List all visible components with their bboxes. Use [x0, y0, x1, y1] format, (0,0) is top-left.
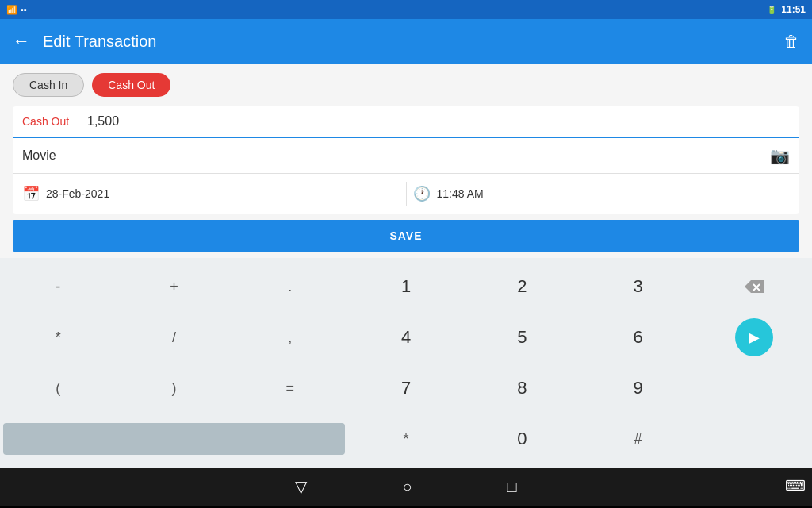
- sim-icon: 📶: [6, 5, 17, 15]
- cash-out-button[interactable]: Cash Out: [92, 73, 170, 97]
- key-4[interactable]: 4: [348, 312, 464, 363]
- key-divide[interactable]: /: [116, 312, 232, 363]
- top-bar: ← Edit Transaction 🗑: [0, 19, 812, 64]
- camera-icon[interactable]: 📷: [770, 146, 790, 165]
- top-bar-left: ← Edit Transaction: [13, 31, 156, 52]
- toggle-row: Cash In Cash Out: [13, 73, 799, 97]
- key-close-paren[interactable]: ): [116, 363, 232, 414]
- note-row: 📷: [13, 138, 799, 174]
- key-equals[interactable]: =: [232, 363, 348, 414]
- nav-recent-icon[interactable]: □: [508, 478, 517, 496]
- key-0[interactable]: 0: [464, 414, 580, 464]
- key-5[interactable]: 5: [464, 312, 580, 363]
- key-2[interactable]: 2: [464, 261, 580, 312]
- key-empty-1: [696, 363, 812, 414]
- keyboard-row-2: * / , 4 5 6 ▶: [0, 312, 812, 363]
- datetime-row: 📅 28-Feb-2021 🕐 11:48 AM: [13, 174, 799, 214]
- calendar-icon[interactable]: 📅: [22, 185, 40, 202]
- status-bar-left: 📶 ▪▪: [6, 5, 27, 15]
- key-minus[interactable]: -: [0, 261, 116, 312]
- back-button[interactable]: ←: [13, 31, 30, 52]
- note-input[interactable]: [22, 148, 764, 163]
- key-hash[interactable]: #: [580, 414, 695, 464]
- delete-button[interactable]: 🗑: [783, 33, 799, 51]
- nav-back-icon[interactable]: ▽: [295, 477, 307, 496]
- enter-action-icon: ▶: [735, 318, 773, 356]
- key-plus[interactable]: +: [116, 261, 232, 312]
- date-text[interactable]: 28-Feb-2021: [46, 187, 109, 200]
- date-section: 📅 28-Feb-2021: [22, 185, 400, 202]
- content-area: Cash In Cash Out Cash Out 📷 📅 28-Feb-202…: [0, 64, 812, 258]
- cash-in-button[interactable]: Cash In: [13, 73, 84, 97]
- key-open-paren[interactable]: (: [0, 363, 116, 414]
- key-3[interactable]: 3: [580, 261, 695, 312]
- time-section: 🕐 11:48 AM: [413, 185, 791, 202]
- page-title: Edit Transaction: [43, 33, 156, 51]
- time-text[interactable]: 11:48 AM: [437, 187, 484, 200]
- key-multiply[interactable]: *: [0, 312, 116, 363]
- key-asterisk[interactable]: *: [348, 414, 464, 464]
- amount-label: Cash Out: [22, 115, 78, 128]
- form-section: Cash Out 📷 📅 28-Feb-2021 🕐 11:48 AM: [13, 106, 799, 214]
- divider: [406, 182, 407, 206]
- key-6[interactable]: 6: [580, 312, 695, 363]
- amount-input[interactable]: [87, 114, 790, 129]
- key-8[interactable]: 8: [464, 363, 580, 414]
- nav-bar: ▽ ○ □ ⌨: [0, 468, 812, 506]
- keyboard-row-4: * 0 #: [0, 414, 812, 464]
- key-empty-2: [696, 414, 812, 464]
- keyboard-toggle-icon[interactable]: ⌨: [785, 477, 806, 495]
- wifi-icon: ▪▪: [21, 5, 27, 14]
- key-dot[interactable]: .: [232, 261, 348, 312]
- key-1[interactable]: 1: [348, 261, 464, 312]
- key-7[interactable]: 7: [348, 363, 464, 414]
- space-bar-area: [0, 414, 348, 464]
- status-time: 11:51: [781, 4, 806, 15]
- save-button[interactable]: SAVE: [13, 220, 799, 252]
- nav-home-icon[interactable]: ○: [402, 478, 412, 496]
- clock-icon[interactable]: 🕐: [413, 185, 431, 202]
- key-enter[interactable]: ▶: [696, 312, 812, 363]
- status-bar-right: 🔋 11:51: [767, 4, 806, 15]
- key-9[interactable]: 9: [580, 363, 695, 414]
- keyboard: - + . 1 2 3 * / , 4 5 6 ▶ ( ) = 7 8 9: [0, 258, 812, 468]
- key-comma[interactable]: ,: [232, 312, 348, 363]
- space-bar[interactable]: [3, 423, 345, 455]
- battery-icon: 🔋: [767, 6, 776, 14]
- key-backspace[interactable]: [696, 261, 812, 312]
- keyboard-row-3: ( ) = 7 8 9: [0, 363, 812, 414]
- status-bar: 📶 ▪▪ 🔋 11:51: [0, 0, 812, 19]
- amount-row: Cash Out: [13, 106, 799, 138]
- keyboard-row-1: - + . 1 2 3: [0, 261, 812, 312]
